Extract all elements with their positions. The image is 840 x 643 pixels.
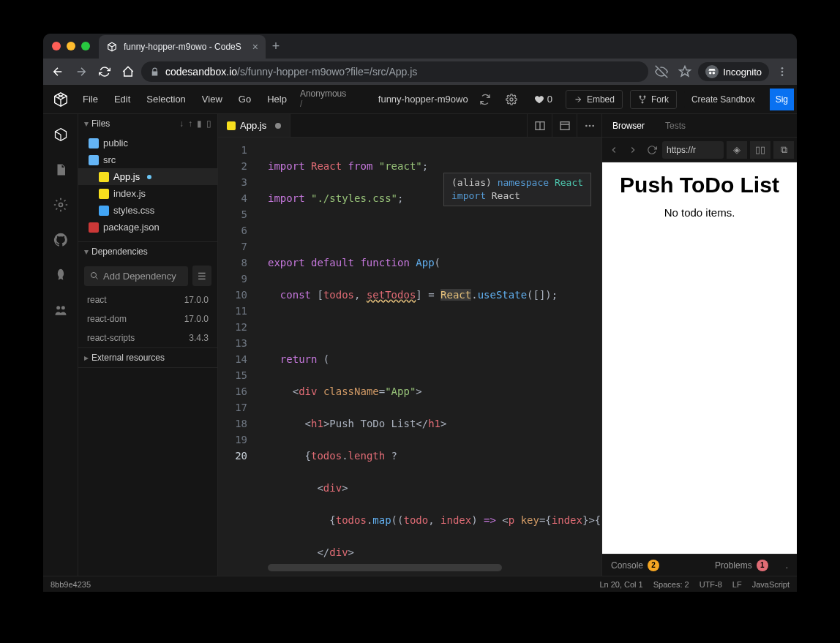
close-window-button[interactable] — [52, 42, 61, 50]
preview-forward-button[interactable] — [624, 141, 642, 159]
sync-icon[interactable] — [476, 90, 495, 109]
lock-icon — [150, 67, 160, 77]
folder-public[interactable]: public — [78, 135, 217, 151]
dep-react-scripts[interactable]: react-scripts3.4.3 — [78, 328, 217, 347]
console-tab[interactable]: Console2 — [602, 560, 668, 571]
status-spaces[interactable]: Spaces: 2 — [653, 580, 689, 589]
menu-help[interactable]: Help — [260, 89, 294, 109]
project-name[interactable]: funny-hopper-m9owo — [378, 94, 468, 105]
download-icon[interactable]: ↓ — [179, 119, 184, 129]
rail-live-icon[interactable] — [46, 296, 75, 325]
editor-pane: App.js 1234567891011121314151617181920 i… — [218, 114, 601, 576]
gear-icon[interactable] — [502, 90, 521, 109]
rail-explorer-icon[interactable] — [46, 120, 75, 149]
file-indexjs[interactable]: index.js — [78, 185, 217, 202]
codesandbox-logo-icon[interactable] — [46, 85, 75, 114]
maximize-window-button[interactable] — [81, 42, 90, 50]
forward-button[interactable] — [71, 61, 91, 82]
svg-point-10 — [56, 306, 60, 309]
fork-button[interactable]: Fork — [630, 90, 677, 109]
preview-tab-browser[interactable]: Browser — [602, 114, 655, 137]
new-file-icon[interactable]: ▯ — [206, 119, 211, 129]
likes-count[interactable]: 0 — [528, 94, 558, 105]
folder-src[interactable]: src — [78, 151, 217, 168]
editor-tab-appjs[interactable]: App.js — [218, 114, 290, 137]
rail-github-icon[interactable] — [46, 225, 75, 255]
close-tab-icon[interactable]: × — [252, 41, 258, 53]
file-stylescss[interactable]: styles.css — [78, 202, 217, 219]
preview-back-button[interactable] — [605, 141, 623, 159]
incognito-label: Incognito — [723, 67, 762, 78]
address-bar[interactable]: codesandbox.io/s/funny-hopper-m9owo?file… — [141, 61, 648, 82]
back-button[interactable] — [48, 61, 68, 82]
menu-selection[interactable]: Selection — [139, 89, 192, 109]
folder-icon — [89, 138, 99, 148]
browser-toolbar: codesandbox.io/s/funny-hopper-m9owo?file… — [43, 59, 797, 85]
bookmark-star-icon[interactable] — [675, 61, 695, 82]
menu-edit[interactable]: Edit — [107, 89, 138, 109]
search-icon — [90, 271, 99, 280]
status-encoding[interactable]: UTF-8 — [700, 580, 722, 589]
preview-text: No todo items. — [612, 206, 787, 219]
add-dependency-input[interactable]: Add Dependency — [84, 266, 188, 286]
preview-tool-2[interactable]: ▯▯ — [750, 141, 770, 159]
chevron-right-icon: ▸ — [84, 353, 89, 363]
menu-file[interactable]: File — [75, 89, 105, 109]
preview-iframe[interactable]: Push ToDo List No todo items. — [602, 162, 797, 554]
file-appjs[interactable]: App.js — [78, 168, 217, 185]
minimize-window-button[interactable] — [67, 42, 75, 50]
preview-open-new-icon[interactable]: ⧉ — [773, 141, 794, 159]
menu-view[interactable]: View — [195, 89, 230, 109]
status-commit[interactable]: 8bb9e4235 — [50, 580, 91, 589]
preview-tab-tests[interactable]: Tests — [655, 114, 696, 137]
dep-react[interactable]: react17.0.0 — [78, 290, 217, 309]
browser-tab[interactable]: funny-hopper-m9owo - CodeS × — [99, 35, 266, 59]
preview-reload-button[interactable] — [643, 141, 661, 159]
js-file-icon — [227, 121, 236, 130]
status-lncol[interactable]: Ln 20, Col 1 — [599, 580, 642, 589]
new-tab-button[interactable]: + — [266, 39, 286, 54]
svg-point-16 — [588, 124, 590, 127]
preview-tool-1[interactable]: ◈ — [727, 141, 747, 159]
status-eol[interactable]: LF — [732, 580, 742, 589]
menu-bar: File Edit Selection View Go Help — [75, 89, 294, 109]
more-icon[interactable] — [577, 114, 601, 138]
reload-button[interactable] — [94, 61, 115, 82]
dep-react-dom[interactable]: react-dom17.0.0 — [78, 309, 217, 328]
upload-icon[interactable]: ↑ — [188, 119, 192, 129]
rail-file-icon[interactable] — [46, 155, 75, 184]
file-packagejson[interactable]: package.json — [78, 219, 217, 236]
js-file-icon — [99, 172, 109, 182]
status-language[interactable]: JavaScript — [752, 580, 790, 589]
menu-go[interactable]: Go — [231, 89, 258, 109]
rail-settings-icon[interactable] — [46, 190, 75, 219]
browser-menu-button[interactable] — [772, 61, 792, 82]
problems-badge: 1 — [757, 560, 768, 571]
create-sandbox-button[interactable]: Create Sandbox — [684, 91, 762, 108]
problems-tab[interactable]: Problems1 — [706, 560, 777, 571]
svg-point-1 — [713, 72, 716, 75]
codesandbox-favicon-icon — [106, 41, 118, 53]
bottom-more[interactable]: . — [777, 560, 797, 571]
layout-icon[interactable] — [552, 114, 577, 138]
browser-tabbar: funny-hopper-m9owo - CodeS × + — [43, 34, 797, 59]
embed-button[interactable]: Embed — [566, 90, 623, 109]
external-resources-header[interactable]: ▸ External resources — [78, 348, 217, 367]
incognito-indicator[interactable]: Incognito — [698, 62, 769, 81]
new-folder-icon[interactable]: ▮ — [197, 119, 202, 129]
code-editor[interactable]: 1234567891011121314151617181920 import R… — [218, 138, 601, 576]
dependencies-section-header[interactable]: ▾ Dependencies — [78, 242, 217, 261]
home-button[interactable] — [118, 61, 138, 82]
dependency-menu-button[interactable]: ☰ — [192, 266, 211, 286]
files-section-header[interactable]: ▾ Files ↓ ↑ ▮ ▯ — [78, 114, 217, 133]
preview-url[interactable]: https://r — [662, 141, 724, 159]
signin-button[interactable]: Sig — [770, 89, 794, 110]
preview-tabs: Browser Tests — [602, 114, 797, 138]
file-tree: public src App.js index.js styles.css pa… — [78, 133, 217, 241]
horizontal-scrollbar[interactable] — [268, 564, 502, 571]
rail-deploy-icon[interactable] — [46, 260, 75, 290]
url-path: /s/funny-hopper-m9owo?file=/src/App.js — [237, 66, 417, 78]
eye-off-icon[interactable] — [651, 61, 672, 82]
split-editor-icon[interactable] — [527, 114, 552, 138]
svg-rect-14 — [560, 121, 569, 129]
